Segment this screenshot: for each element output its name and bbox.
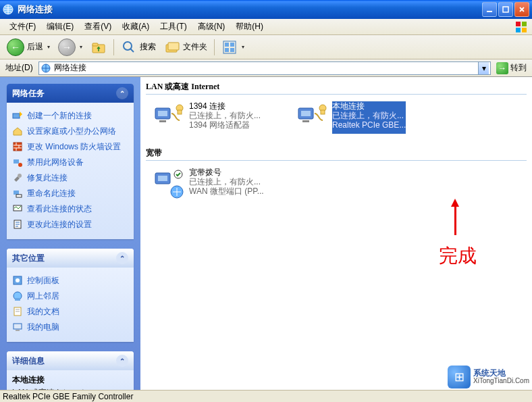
collapse-icon: ⌃ <box>116 87 128 99</box>
firewall-icon <box>12 141 23 152</box>
properties-icon <box>12 219 23 230</box>
watermark-line1: 系统天地 <box>473 369 529 377</box>
control-panel-icon <box>12 275 23 286</box>
place-control-panel[interactable]: 控制面板 <box>12 273 128 288</box>
task-status[interactable]: 查看此连接的状态 <box>12 201 128 217</box>
close-button[interactable] <box>514 2 529 17</box>
connection-name: 宽带拨号 <box>189 168 264 177</box>
windows-flag-icon <box>514 20 528 34</box>
menu-edit[interactable]: 编辑(E) <box>41 20 79 34</box>
task-rename[interactable]: 重命名此连接 <box>12 186 128 201</box>
content-pane: LAN 或高速 Internet 1394 连接 已连接上，有防火... 139… <box>140 77 532 390</box>
place-my-documents[interactable]: 我的文档 <box>12 304 128 320</box>
menu-advanced[interactable]: 高级(N) <box>192 20 231 34</box>
menu-view[interactable]: 查看(V) <box>79 20 117 34</box>
connection-device: Realtek PCIe GBE... <box>332 120 406 130</box>
views-button[interactable]: ▾ <box>219 38 247 57</box>
svg-rect-15 <box>225 48 229 52</box>
maximize-button[interactable] <box>498 2 513 17</box>
svg-rect-40 <box>301 111 311 116</box>
back-button[interactable]: ← 后退 ▾ <box>4 37 53 57</box>
svg-rect-2 <box>503 7 508 12</box>
address-label: 地址(D) <box>3 62 36 74</box>
svg-rect-43 <box>321 110 325 114</box>
detail-title: 本地连接 <box>7 370 134 387</box>
task-home-network[interactable]: 设置家庭或小型办公网络 <box>12 124 128 139</box>
disable-icon <box>12 157 23 168</box>
go-label: 转到 <box>510 62 527 74</box>
address-dropdown-button[interactable]: ▾ <box>478 62 489 74</box>
connection-broadband[interactable]: 宽带拨号 已连接上，有防火... WAN 微型端口 (PP... <box>151 166 286 201</box>
back-arrow-icon: ← <box>7 39 24 56</box>
place-my-computer[interactable]: 我的电脑 <box>12 320 128 335</box>
minimize-button[interactable] <box>482 2 497 17</box>
window-title: 网络连接 <box>18 3 482 16</box>
menu-favorites[interactable]: 收藏(A) <box>117 20 155 34</box>
svg-rect-23 <box>14 191 19 195</box>
home-network-icon <box>12 126 23 136</box>
svg-rect-8 <box>92 43 98 46</box>
panel-header[interactable]: 其它位置 ⌃ <box>7 249 134 268</box>
up-button[interactable] <box>88 38 109 57</box>
svg-rect-13 <box>225 43 229 47</box>
svg-rect-11 <box>168 43 179 50</box>
forward-button[interactable]: → ▾ <box>55 37 85 57</box>
svg-rect-30 <box>15 298 20 301</box>
new-connection-icon <box>12 110 23 121</box>
watermark-line2: XiTongTianDi.Com <box>473 377 529 385</box>
panel-header[interactable]: 网络任务 ⌃ <box>7 84 134 103</box>
panel-details: 详细信息 ⌃ 本地连接 LAN 或高速 Internet <box>7 351 134 390</box>
svg-rect-5 <box>516 28 521 32</box>
connection-status: 已连接上，有防火... <box>189 111 261 120</box>
group-header-broadband: 宽带 <box>146 146 527 161</box>
collapse-icon: ⌃ <box>116 252 128 264</box>
address-field[interactable]: 网络连接 ▾ <box>38 61 491 75</box>
back-label: 后退 <box>27 41 43 53</box>
address-value: 网络连接 <box>54 62 475 74</box>
place-network-places[interactable]: 网上邻居 <box>12 288 128 304</box>
svg-point-28 <box>16 278 20 282</box>
group-header-lan: LAN 或高速 Internet <box>146 80 527 95</box>
statusbar: Realtek PCIe GBE Family Controller <box>0 390 532 402</box>
toolbar: ← 后退 ▾ → ▾ 搜索 文件夹 ▾ <box>0 35 532 59</box>
panel-network-tasks: 网络任务 ⌃ 创建一个新的连接 设置家庭或小型办公网络 更改 Windows 防… <box>7 84 134 239</box>
connection-1394[interactable]: 1394 连接 已连接上，有防火... 1394 网络适配器 <box>151 100 286 135</box>
search-button[interactable]: 搜索 <box>118 38 159 57</box>
search-label: 搜索 <box>140 41 156 53</box>
connection-icon <box>153 101 185 134</box>
svg-rect-35 <box>158 111 167 116</box>
views-icon <box>221 39 238 55</box>
connection-local[interactable]: 本地连接 已连接上，有防火... Realtek PCIe GBE... <box>294 100 429 135</box>
svg-rect-6 <box>522 28 527 32</box>
folders-icon <box>164 39 180 55</box>
svg-rect-33 <box>16 330 20 331</box>
connection-name: 本地连接 <box>332 101 406 111</box>
forward-arrow-icon: → <box>58 39 76 56</box>
folder-up-icon <box>90 39 107 55</box>
go-button[interactable]: → 转到 <box>494 61 529 75</box>
folders-button[interactable]: 文件夹 <box>161 38 210 57</box>
sidebar: 网络任务 ⌃ 创建一个新的连接 设置家庭或小型办公网络 更改 Windows 防… <box>0 77 140 390</box>
panel-header[interactable]: 详细信息 ⌃ <box>7 351 134 370</box>
detail-subtitle: LAN 或高速 Internet <box>7 387 134 390</box>
svg-rect-16 <box>230 48 234 52</box>
task-new-connection[interactable]: 创建一个新的连接 <box>12 108 128 124</box>
rename-icon <box>12 188 23 199</box>
svg-rect-1 <box>487 11 492 12</box>
menu-help[interactable]: 帮助(H) <box>230 20 269 34</box>
annotation-arrow <box>451 199 459 235</box>
svg-rect-14 <box>230 43 234 47</box>
task-repair[interactable]: 修复此连接 <box>12 170 128 186</box>
task-properties[interactable]: 更改此连接的设置 <box>12 217 128 232</box>
folders-label: 文件夹 <box>183 41 207 53</box>
connection-device: 1394 网络适配器 <box>189 120 261 130</box>
connection-icon <box>153 168 185 200</box>
svg-rect-38 <box>178 110 182 114</box>
task-firewall[interactable]: 更改 Windows 防火墙设置 <box>12 139 128 155</box>
task-disable[interactable]: 禁用此网络设备 <box>12 155 128 170</box>
menu-tools[interactable]: 工具(T) <box>155 20 192 34</box>
menubar: 文件(F) 编辑(E) 查看(V) 收藏(A) 工具(T) 高级(N) 帮助(H… <box>0 19 532 35</box>
menu-file[interactable]: 文件(F) <box>4 20 41 34</box>
watermark-badge-icon: ⊞ <box>448 366 471 388</box>
connection-name: 1394 连接 <box>189 101 261 111</box>
